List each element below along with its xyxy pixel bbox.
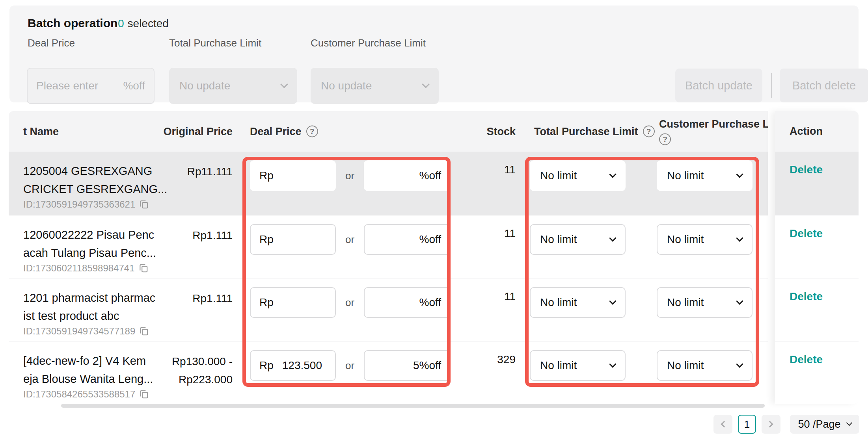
- copy-icon[interactable]: [139, 389, 149, 399]
- pagination-prev-button[interactable]: [713, 415, 732, 434]
- total-purchase-limit-select[interactable]: No limit: [530, 287, 626, 318]
- chevron-down-icon: [609, 360, 616, 367]
- total-purchase-limit-value: No update: [179, 80, 230, 92]
- deal-price-percent-input[interactable]: 5 %off: [364, 350, 451, 381]
- page-size-value: 50 /Page: [798, 418, 840, 431]
- batch-update-button[interactable]: Batch update: [675, 69, 762, 102]
- original-price-column-header: Original Price: [163, 125, 233, 137]
- help-icon[interactable]: ?: [306, 126, 318, 137]
- rp-prefix: Rp: [259, 296, 274, 309]
- chevron-down-icon: [736, 171, 743, 178]
- selected-count-label: selected: [128, 17, 169, 30]
- chevron-down-icon: [609, 171, 616, 178]
- deal-price-percent-input[interactable]: %off: [364, 224, 451, 255]
- original-price: Rp1.111: [192, 226, 233, 245]
- customer-purchase-limit-select[interactable]: No limit: [657, 287, 753, 318]
- copy-icon[interactable]: [139, 199, 149, 210]
- rp-prefix: Rp: [259, 233, 274, 246]
- deal-price-cell: Rp 123.500 or 5 %off: [250, 350, 451, 381]
- total-purchase-limit-select[interactable]: No limit: [530, 160, 626, 191]
- chevron-down-icon: [609, 234, 616, 241]
- customer-purchase-limit-column-header: Customer Purchase Limit ?: [659, 118, 768, 145]
- product-id: ID:1730584265533588517: [23, 389, 149, 400]
- action-column-header: Action: [775, 111, 859, 152]
- deal-price-rp-input[interactable]: Rp: [250, 287, 336, 318]
- customer-limit-value: No limit: [667, 169, 704, 182]
- chevron-down-icon: [280, 80, 288, 88]
- delete-row-link[interactable]: Delete: [790, 290, 823, 303]
- batch-operation-panel: Batch operation 0selected Deal Price Tot…: [9, 6, 859, 102]
- total-purchase-limit-select[interactable]: No update: [169, 68, 297, 104]
- percent-off-suffix: %off: [419, 359, 441, 372]
- product-name-line2: ist test product abc: [23, 307, 181, 325]
- total-limit-value: No limit: [540, 296, 577, 309]
- product-name: 12060022222 Pisau Penc acah Tulang Pisau…: [23, 226, 181, 262]
- product-name-line2: acah Tulang Pisau Penc...: [23, 244, 181, 262]
- button-divider: [771, 73, 772, 98]
- chevron-right-icon: [767, 421, 773, 428]
- selected-count: 0selected: [118, 17, 169, 30]
- product-name-line1: 1201 pharmacist pharmac: [23, 289, 181, 307]
- deal-products-table: t Name Original Price Deal Price ? Stock…: [9, 111, 768, 408]
- pagination-page-button[interactable]: 1: [738, 415, 756, 434]
- horizontal-scrollbar-thumb[interactable]: [61, 404, 765, 408]
- deal-price-column-header: Deal Price ?: [250, 125, 318, 137]
- original-price: Rp1.111: [192, 290, 233, 308]
- product-id-text: ID:1730591949734577189: [23, 326, 135, 337]
- rp-prefix: Rp: [259, 169, 274, 182]
- deal-price-percent-input[interactable]: %off: [364, 287, 451, 318]
- customer-purchase-limit-select[interactable]: No limit: [657, 224, 753, 255]
- pagination-next-button[interactable]: [762, 415, 780, 434]
- delete-row-link[interactable]: Delete: [790, 353, 823, 366]
- batch-delete-button[interactable]: Batch delete: [780, 69, 868, 102]
- deal-price-header-text: Deal Price: [250, 125, 302, 137]
- action-column: Action Delete Delete Delete Delete: [775, 111, 859, 404]
- deal-price-cell: Rp or %off: [250, 160, 451, 191]
- action-cell: Delete: [775, 215, 859, 278]
- selected-count-number: 0: [118, 17, 124, 30]
- customer-purchase-limit-select[interactable]: No limit: [657, 160, 753, 191]
- page-size-select[interactable]: 50 /Page: [790, 415, 859, 434]
- product-name-column-header: t Name: [23, 125, 59, 137]
- product-name-line2: CRICKET GESREXGANG...: [23, 180, 181, 198]
- product-id: ID:1730591949735363621: [23, 199, 149, 210]
- copy-icon[interactable]: [139, 326, 149, 336]
- copy-icon[interactable]: [138, 263, 149, 273]
- deal-price-cell: Rp or %off: [250, 287, 451, 318]
- product-id: ID:1730591949734577189: [23, 326, 149, 337]
- customer-purchase-limit-label: Customer Purchase Limit: [311, 37, 426, 49]
- percent-off-suffix: %off: [419, 233, 441, 246]
- deal-price-percent-input[interactable]: %off: [364, 160, 451, 191]
- help-icon[interactable]: ?: [643, 126, 655, 137]
- product-id-text: ID:1730602118598984741: [23, 263, 135, 274]
- deal-price-percent-value: 5: [413, 359, 419, 372]
- delete-row-link[interactable]: Delete: [790, 227, 823, 239]
- product-name-line2: eja Blouse Wanita Leng...: [23, 370, 181, 388]
- or-label: or: [345, 360, 354, 372]
- total-purchase-limit-column-header: Total Purchase Limit ?: [534, 125, 655, 137]
- total-purchase-limit-select[interactable]: No limit: [530, 224, 626, 255]
- table-header-row: t Name Original Price Deal Price ? Stock…: [9, 111, 768, 152]
- deal-price-rp-input[interactable]: Rp: [250, 224, 336, 255]
- customer-limit-value: No limit: [667, 233, 704, 246]
- customer-purchase-limit-select[interactable]: No update: [311, 68, 439, 104]
- product-name-line1: [4dec-new-fo 2] V4 Kem: [23, 352, 181, 370]
- deal-price-suffix: %off: [123, 80, 145, 92]
- chevron-left-icon: [721, 421, 728, 428]
- total-purchase-limit-select[interactable]: No limit: [530, 350, 626, 381]
- customer-purchase-limit-select[interactable]: No limit: [657, 350, 753, 381]
- stock-value: 11: [504, 163, 516, 176]
- delete-row-link[interactable]: Delete: [790, 163, 823, 176]
- deal-price-label: Deal Price: [28, 37, 75, 49]
- help-icon[interactable]: ?: [659, 133, 671, 145]
- product-name-line1: 12060022222 Pisau Penc: [23, 226, 181, 244]
- chevron-down-icon: [422, 80, 430, 88]
- deal-price-input[interactable]: Please enter %off: [27, 68, 155, 104]
- deal-price-rp-input[interactable]: Rp: [250, 160, 336, 191]
- product-name: [4dec-new-fo 2] V4 Kem eja Blouse Wanita…: [23, 352, 181, 388]
- stock-value: 11: [504, 227, 516, 240]
- deal-price-rp-input[interactable]: Rp 123.500: [250, 350, 336, 381]
- page: Batch operation 0selected Deal Price Tot…: [0, 0, 868, 438]
- original-price-line1: Rp1.111: [192, 226, 233, 245]
- original-price-line2: Rp223.000: [172, 371, 233, 389]
